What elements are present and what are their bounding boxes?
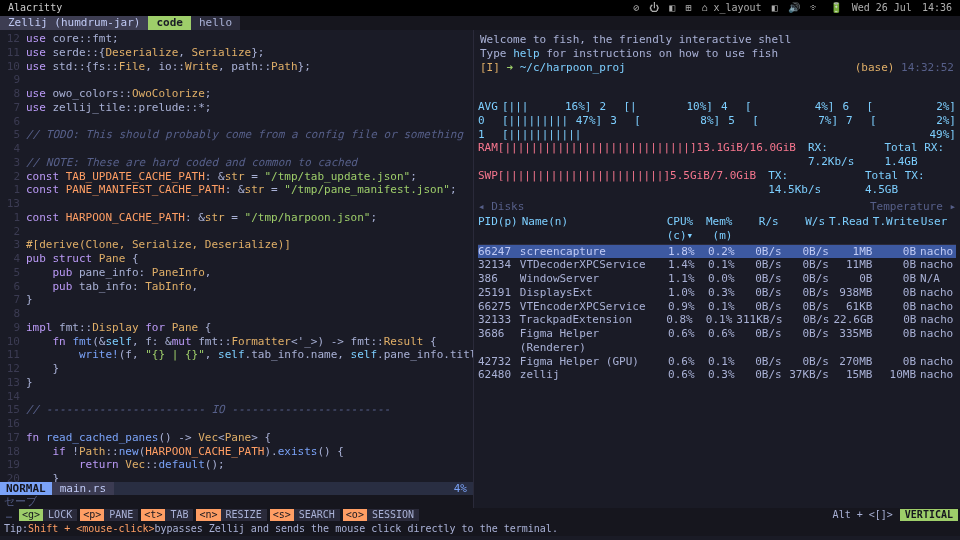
code-line: 6 [0,115,473,129]
code-line: 8use owo_colors::OwoColorize; [0,87,473,101]
tray-item[interactable]: ⊘ [633,2,639,15]
cpu-meters: AVG[|||16%]2[|10%]4[4%]6[2%]0[|||||||||4… [478,100,956,141]
process-row[interactable]: 66275VTEncoderXPCService0.9%0.1%0B/s0B/s… [478,300,956,314]
tray-item[interactable]: ⏻ [649,2,659,15]
prompt-path: ~/c/harpoon_proj [520,61,626,75]
code-line: 4pub struct Pane { [0,252,473,266]
code-line: 5 pub pane_info: PaneInfo, [0,266,473,280]
cpu-meter: 1[|||||||||||49%] [478,128,956,142]
tray-item[interactable]: ⊞ [685,2,691,15]
shell-pane[interactable]: Welcome to fish, the friendly interactiv… [474,30,960,100]
net-total-tx: Total TX: 4.5GB [865,169,956,197]
vim-filename: main.rs [52,482,114,495]
code-line: 15// ------------------------ IO -------… [0,403,473,417]
vim-statusline: NORMAL main.rs 4% [0,482,473,495]
code-line: 12use core::fmt; [0,32,473,46]
code-line: 14 [0,390,473,404]
tab-hello[interactable]: hello [191,16,240,30]
editor-pane[interactable]: 12use core::fmt;11use serde::{Deserializ… [0,30,474,508]
process-row[interactable]: 42732Figma Helper (GPU)0.6%0.1%0B/s0B/s2… [478,355,956,369]
vim-mode: NORMAL [0,482,52,495]
tray-item[interactable]: 🔋 [830,2,842,15]
mode-tab[interactable]: <t>TAB [141,509,193,522]
cpu-meter: 0[|||||||||47%] [478,114,602,128]
cpu-meter: 4[4%] [721,100,835,114]
code-buffer: 12use core::fmt;11use serde::{Deserializ… [0,30,473,508]
process-row[interactable]: 32133TrackpadExtension0.8%0.1%311KB/s0B/… [478,313,956,327]
tab-code[interactable]: code [148,16,191,30]
code-line: 16 [0,417,473,431]
cpu-meter: 5[7%] [728,114,838,128]
code-line: 12 } [0,362,473,376]
code-line: 10use std::{fs::File, io::Write, path::P… [0,60,473,74]
disks-label[interactable]: ◂ Disks [478,200,524,214]
mode-search[interactable]: <s>SEARCH [270,509,340,522]
process-row[interactable]: 3686Figma Helper (Renderer)0.6%0.6%0B/s0… [478,327,956,355]
process-header[interactable]: PID(p) Name(n) CPU%(c)▾ Mem%(m) R/s W/s … [478,214,956,245]
process-row[interactable]: 62480zellij0.6%0.3%0B/s37KB/s15MB10MBnac… [478,368,956,382]
code-line: 17fn read_cached_panes() -> Vec<Pane> { [0,431,473,445]
prompt-arrow: ➜ [507,61,514,75]
process-row[interactable]: 66247screencapture1.8%0.2%0B/s0B/s1MB0Bn… [478,245,956,259]
code-line: 7} [0,293,473,307]
process-row[interactable]: 32134VTDecoderXPCService1.4%0.1%0B/s0B/s… [478,258,956,272]
process-row[interactable]: 25191DisplaysExt1.0%0.3%0B/s0B/s938MB0Bn… [478,286,956,300]
app-title: Alacritty [8,2,62,15]
zellij-tabbar[interactable]: Zellij (humdrum-jar) code hello [0,16,960,30]
code-line: 3// NOTE: These are hard coded and commo… [0,156,473,170]
mode-session[interactable]: <o>SESSION [343,509,419,522]
code-line: 7use zellij_tile::prelude::*; [0,101,473,115]
net-total-rx: Total RX: 1.4GB [884,141,956,169]
mode-lock[interactable]: <g>LOCK [19,509,77,522]
tray-item[interactable]: ◧ [772,2,778,15]
split-vertical[interactable]: VERTICAL [900,509,958,522]
code-line: 9 [0,73,473,87]
tray-item[interactable]: ◧ [669,2,675,15]
code-line: 4 [0,142,473,156]
tray-item[interactable]: ᯤ [810,2,820,15]
code-line: 3#[derive(Clone, Serialize, Deserialize)… [0,238,473,252]
code-line: 13 [0,197,473,211]
net-tx: TX: 14.5Kb/s [768,169,841,197]
mode-pane[interactable]: <p>PANE [80,509,138,522]
code-line: 9impl fmt::Display for Pane { [0,321,473,335]
alt-hint: Alt + <[]> [829,509,897,522]
ram-meter: RAM[||||||||||||||||||||||||||||]13.1GiB… [478,141,796,169]
code-line: 2 [0,225,473,239]
vim-percent: 4% [448,482,473,495]
code-line: 11 write!(f, "{} | {}", self.tab_info.na… [0,348,473,362]
code-line: 2const TAB_UPDATE_CACHE_PATH: &str = "/t… [0,170,473,184]
conda-env: (base) [855,61,895,75]
net-rx: RX: 7.2Kb/s [808,141,861,169]
cpu-meter: 7[2%] [846,114,956,128]
code-line: 13} [0,376,473,390]
cpu-meter: 2[|10%] [600,100,714,114]
zellij-tipbar: Tip: Shift + <mouse-click> bypasses Zell… [0,522,960,536]
code-line: 11use serde::{Deserialize, Serialize}; [0,46,473,60]
code-line: 6 pub tab_info: TabInfo, [0,280,473,294]
code-line: 10 fn fmt(&self, f: &mut fmt::Formatter<… [0,335,473,349]
cpu-meter: 3[8%] [610,114,720,128]
tray-item[interactable]: 🔊 [788,2,800,15]
prompt-mode: [I] [480,61,500,75]
tray-item[interactable]: ⌂ x_layout [701,2,761,15]
session-name: Zellij (humdrum-jar) [0,16,148,30]
code-line: 5// TODO: This should probably come from… [0,128,473,142]
swap-meter: SWP[||||||||||||||||||||||||]5.5GiB/7.0G… [478,169,756,197]
mode-resize[interactable]: <n>RESIZE [196,509,266,522]
code-line: 18 if !Path::new(HARPOON_CACHE_PATH).exi… [0,445,473,459]
zellij-modebar[interactable]: … <g>LOCK<p>PANE<t>TAB<n>RESIZE<s>SEARCH… [0,508,960,522]
macos-menubar: Alacritty ⊘⏻◧⊞⌂ x_layout◧🔊ᯤ🔋Wed 26 Jul14… [0,0,960,16]
temp-label[interactable]: Temperature ▸ [870,200,956,214]
cpu-meter: AVG[|||16%] [478,100,592,114]
code-line: 1const HARPOON_CACHE_PATH: &str = "/tmp/… [0,211,473,225]
vim-cmdline: セーブ [0,495,473,508]
menubar-tray: ⊘⏻◧⊞⌂ x_layout◧🔊ᯤ🔋Wed 26 Jul14:36 [633,2,952,15]
tray-item[interactable]: 14:36 [922,2,952,15]
prompt-time: 14:32:52 [901,61,954,75]
process-table[interactable]: 66247screencapture1.8%0.2%0B/s0B/s1MB0Bn… [478,245,956,383]
process-row[interactable]: 386WindowServer1.1%0.0%0B/s0B/s0B0BN/A [478,272,956,286]
tray-item[interactable]: Wed 26 Jul [852,2,912,15]
btm-pane[interactable]: AVG[|||16%]2[|10%]4[4%]6[2%]0[|||||||||4… [474,100,960,508]
code-line: 19 return Vec::default(); [0,458,473,472]
